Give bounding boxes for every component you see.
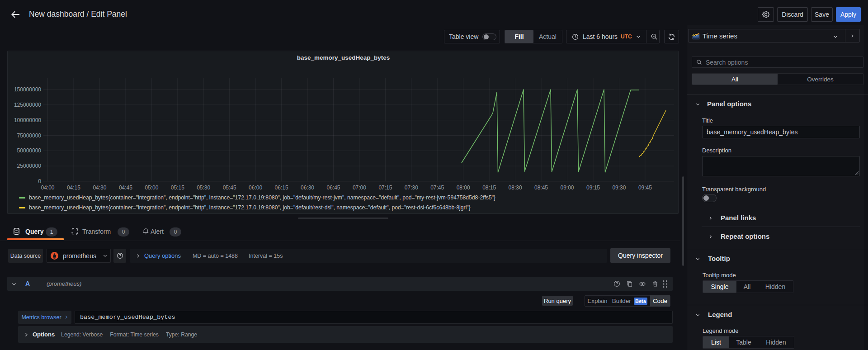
svg-text:150000000: 150000000 xyxy=(14,86,41,93)
svg-text:05:15: 05:15 xyxy=(171,184,184,191)
svg-text:06:15: 06:15 xyxy=(275,184,288,191)
svg-text:08:30: 08:30 xyxy=(509,184,522,191)
svg-text:06:45: 06:45 xyxy=(326,184,340,191)
svg-text:08:00: 08:00 xyxy=(457,184,470,191)
svg-text:09:45: 09:45 xyxy=(638,184,652,191)
svg-text:06:30: 06:30 xyxy=(301,184,314,191)
svg-text:06:00: 06:00 xyxy=(249,184,262,191)
svg-text:04:45: 04:45 xyxy=(119,184,132,191)
svg-text:0: 0 xyxy=(38,178,41,184)
svg-text:05:45: 05:45 xyxy=(223,184,236,191)
svg-text:04:00: 04:00 xyxy=(41,184,54,191)
svg-text:08:45: 08:45 xyxy=(534,184,548,191)
svg-text:04:15: 04:15 xyxy=(67,184,80,191)
svg-text:75000000: 75000000 xyxy=(17,132,42,139)
svg-text:125000000: 125000000 xyxy=(14,102,41,108)
svg-text:07:45: 07:45 xyxy=(430,184,444,191)
svg-text:09:00: 09:00 xyxy=(560,184,574,191)
svg-text:25000000: 25000000 xyxy=(17,163,42,169)
svg-text:50000000: 50000000 xyxy=(17,147,42,154)
svg-text:05:00: 05:00 xyxy=(145,184,158,191)
svg-text:100000000: 100000000 xyxy=(14,117,41,123)
svg-text:07:00: 07:00 xyxy=(353,184,366,191)
svg-text:09:15: 09:15 xyxy=(586,184,600,191)
svg-text:07:15: 07:15 xyxy=(378,184,392,191)
svg-text:07:30: 07:30 xyxy=(405,184,418,191)
svg-text:09:30: 09:30 xyxy=(612,184,626,191)
svg-text:08:15: 08:15 xyxy=(482,184,496,191)
svg-text:05:30: 05:30 xyxy=(197,184,210,191)
svg-text:04:30: 04:30 xyxy=(93,184,106,191)
